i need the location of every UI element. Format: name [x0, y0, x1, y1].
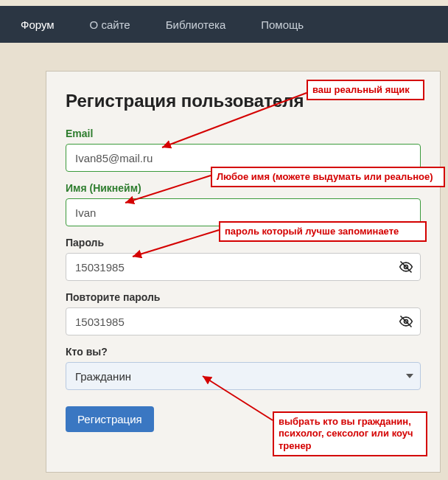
submit-button[interactable]: Регистрация	[66, 406, 154, 432]
group-password: Пароль	[66, 237, 421, 281]
annotation-who: выбрать кто вы гражданин, психолог, секс…	[273, 411, 427, 456]
annotation-name: Любое имя (можете выдумать или реальное)	[211, 167, 445, 187]
who-select[interactable]: Гражданин	[66, 362, 421, 390]
eye-off-icon[interactable]	[399, 260, 413, 274]
main-nav: Форум О сайте Библиотека Помощь	[0, 6, 448, 43]
nav-about[interactable]: О сайте	[72, 7, 148, 42]
annotation-password: пароль который лучше запоминаете	[219, 221, 427, 242]
group-name: Имя (Никнейм)	[66, 182, 421, 226]
nav-forum[interactable]: Форум	[3, 7, 72, 42]
annotation-email: ваш реальный ящик	[307, 80, 424, 100]
eye-off-icon[interactable]	[399, 314, 413, 329]
label-who: Кто вы?	[66, 346, 421, 358]
group-who: Кто вы? Гражданин	[66, 346, 421, 390]
group-email: Email	[66, 128, 421, 172]
group-password2: Повторите пароль	[66, 291, 421, 335]
password2-field[interactable]	[66, 307, 421, 335]
top-strip	[0, 0, 448, 6]
nav-library[interactable]: Библиотека	[148, 7, 244, 42]
password-field[interactable]	[66, 253, 421, 281]
label-email: Email	[66, 128, 421, 139]
nav-help[interactable]: Помощь	[243, 7, 321, 42]
label-password2: Повторите пароль	[66, 291, 421, 303]
